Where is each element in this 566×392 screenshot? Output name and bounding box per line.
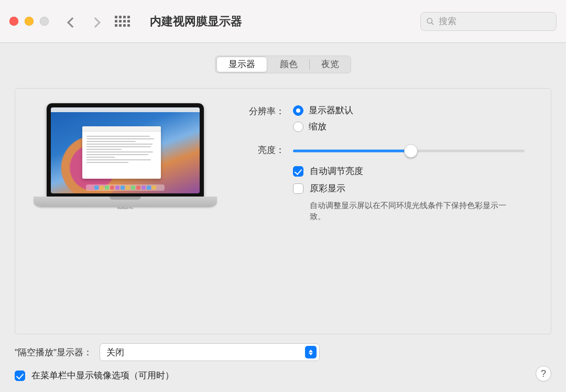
window-title: 内建视网膜显示器 [150, 14, 242, 29]
back-button[interactable] [69, 14, 76, 29]
tab-display[interactable]: 显示器 [216, 57, 267, 72]
radio-icon [293, 122, 303, 132]
display-preview-image: MacBook Pro [34, 103, 217, 221]
checkbox-icon [293, 166, 303, 177]
checkbox-icon [293, 183, 303, 194]
titlebar: 内建视网膜显示器 [0, 0, 566, 43]
auto-brightness-label: 自动调节亮度 [310, 165, 363, 177]
help-icon: ? [541, 368, 546, 379]
checkbox-icon [15, 371, 25, 381]
true-tone-checkbox[interactable]: 原彩显示 [293, 182, 525, 194]
nav-arrows [69, 14, 99, 29]
airplay-label: "隔空播放"显示器： [15, 346, 92, 358]
resolution-label: 分辨率： [235, 104, 293, 117]
resolution-default-radio[interactable]: 显示器默认 [293, 104, 525, 116]
true-tone-description: 自动调整显示屏以在不同环境光线条件下保持色彩显示一致。 [310, 200, 509, 222]
resolution-scaled-label: 缩放 [309, 121, 326, 133]
airplay-select[interactable]: 关闭 [100, 343, 320, 361]
resolution-default-label: 显示器默认 [309, 104, 353, 116]
panel: MacBook Pro 分辨率： 显示器默认 缩放 [15, 88, 551, 334]
brightness-label: 亮度： [235, 143, 293, 156]
show-mirror-options-label: 在菜单栏中显示镜像选项（可用时） [31, 369, 174, 382]
tab-night-shift[interactable]: 夜览 [310, 57, 351, 72]
search-input[interactable] [439, 16, 551, 27]
minimize-window-button[interactable] [25, 17, 34, 26]
tabs: 显示器 颜色 夜览 [215, 56, 351, 73]
close-window-button[interactable] [9, 17, 18, 26]
show-all-prefs-button[interactable] [115, 16, 130, 27]
radio-icon [293, 105, 303, 116]
tab-color[interactable]: 颜色 [268, 57, 309, 72]
resolution-scaled-radio[interactable]: 缩放 [293, 121, 525, 133]
show-mirror-options-checkbox[interactable]: 在菜单栏中显示镜像选项（可用时） [15, 369, 174, 382]
laptop-model-text: MacBook Pro [117, 206, 133, 210]
brightness-slider[interactable] [293, 149, 525, 153]
auto-brightness-checkbox[interactable]: 自动调节亮度 [293, 165, 525, 177]
search-icon [426, 17, 434, 26]
zoom-window-button[interactable] [40, 17, 49, 26]
window-controls [9, 17, 49, 26]
select-stepper-icon [305, 346, 317, 358]
forward-button[interactable] [92, 14, 99, 29]
airplay-value: 关闭 [106, 346, 124, 358]
true-tone-label: 原彩显示 [310, 182, 345, 194]
search-field[interactable] [420, 12, 557, 31]
help-button[interactable]: ? [536, 366, 551, 382]
